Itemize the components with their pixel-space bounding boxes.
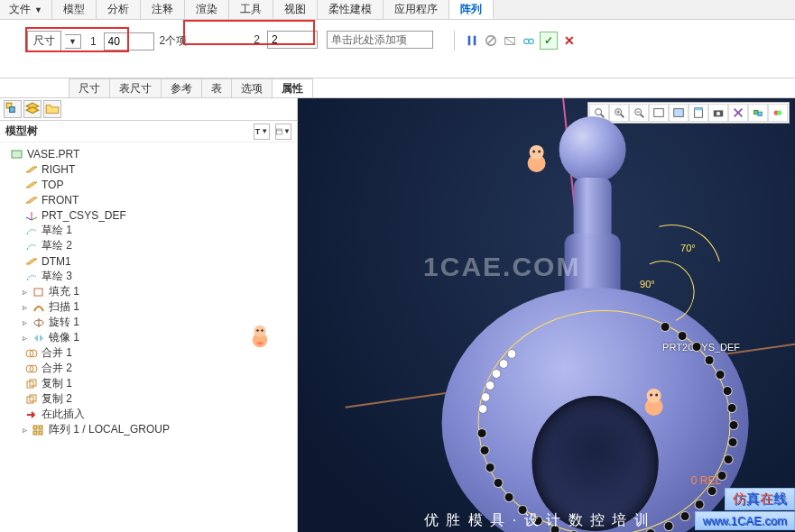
menu-tab-flex[interactable]: 柔性建模 (318, 0, 384, 19)
menu-tab-annotate[interactable]: 注释 (141, 0, 185, 19)
main-area: 模型树 T▼ ▼ VASE.PRT RIGHTTOPFRONTPRT_CSYS_… (0, 98, 795, 532)
forbid-icon[interactable] (483, 32, 499, 49)
pattern-instance[interactable] (728, 404, 736, 412)
tree-node[interactable]: ▹阵列 1 / LOCAL_GROUP (4, 422, 293, 437)
expand-icon[interactable]: ▹ (20, 288, 29, 297)
menu-tab-apps[interactable]: 应用程序 (384, 0, 449, 19)
dim1-value-input[interactable] (104, 32, 154, 50)
tree-node-label: 复制 1 (42, 376, 72, 391)
expand-icon[interactable]: ▹ (20, 334, 29, 343)
sub-tab-label: 属性 (282, 82, 303, 95)
menu-tab-view[interactable]: 视图 (273, 0, 318, 19)
tree-node[interactable]: 草绘 3 (4, 269, 293, 284)
tree-node[interactable]: PRT_CSYS_DEF (4, 207, 293, 223)
pattern-instance[interactable] (693, 343, 701, 351)
confirm-button[interactable]: ✓ (540, 32, 558, 50)
folder-icon[interactable] (43, 100, 61, 118)
menu-tab-label: 阵列 (460, 2, 482, 17)
menu-tab-pattern[interactable]: 阵列 (449, 0, 494, 19)
pattern-instance[interactable] (664, 522, 672, 530)
tree-node[interactable]: 合并 2 (4, 361, 293, 376)
pattern-type-dropdown[interactable]: ▼ (65, 34, 81, 49)
sub-tab-reference[interactable]: 参考 (161, 78, 202, 97)
layers-icon[interactable] (23, 100, 42, 118)
sub-tab-table-dimension[interactable]: 表尺寸 (109, 78, 162, 97)
add-item-hint-label: 单击此处添加项 (331, 32, 407, 48)
sub-tab-options[interactable]: 选项 (231, 78, 273, 97)
merge-icon (25, 363, 38, 374)
menu-tab-label: 注释 (152, 2, 173, 17)
menu-tabs: 模型 分析 注释 渲染 工具 视图 柔性建模 应用程序 阵列 (52, 0, 494, 19)
tree-settings-icon[interactable]: ▼ (275, 124, 291, 140)
pattern-instance[interactable] (724, 387, 732, 395)
sub-tab-properties[interactable]: 属性 (272, 78, 313, 97)
menu-tab-render[interactable]: 渲染 (185, 0, 229, 19)
tree-view-icon[interactable] (4, 100, 22, 118)
tree-node[interactable]: FRONT (4, 192, 293, 207)
pattern-instance[interactable] (485, 463, 494, 472)
menu-tab-label: 分析 (107, 2, 129, 17)
add-item-hint[interactable]: 单击此处添加项 (327, 31, 433, 49)
tree-node[interactable]: 草绘 2 (4, 238, 293, 253)
tree-node[interactable]: 复制 2 (4, 391, 293, 407)
menu-file-label: 文件 (9, 2, 31, 17)
pattern-instance[interactable] (495, 479, 503, 487)
menu-tab-model[interactable]: 模型 (52, 0, 97, 19)
tree-filter-icon[interactable]: T▼ (254, 124, 270, 140)
3d-model: 1CAE.COM 70° 90° PRT2CSYS_DEF 0 REL (387, 98, 766, 532)
tree-node[interactable]: 在此插入 (4, 407, 293, 422)
detach-icon[interactable] (502, 32, 518, 49)
insert-here-icon (25, 409, 38, 420)
tree-node[interactable]: RIGHT (4, 161, 293, 177)
site-url-banner: www.1CAE.com (695, 511, 795, 530)
svg-point-55 (777, 110, 781, 115)
menu-tab-label: 模型 (63, 2, 85, 17)
tree-root[interactable]: VASE.PRT (4, 146, 293, 161)
datum-plane-icon (25, 256, 38, 267)
expand-icon[interactable]: ▹ (20, 318, 29, 327)
tree-node[interactable]: ▹填充 1 (4, 284, 293, 299)
tree-node-label: 在此插入 (42, 407, 85, 422)
menu-tab-analysis[interactable]: 分析 (97, 0, 141, 19)
svg-line-5 (505, 38, 515, 45)
tree-node[interactable]: 草绘 1 (4, 223, 293, 238)
pattern-instance[interactable] (505, 493, 513, 501)
sub-tab-table[interactable]: 表 (201, 78, 232, 97)
tree-node[interactable]: 复制 1 (4, 376, 293, 391)
menu-tab-label: 应用程序 (394, 2, 438, 17)
svg-point-61 (646, 389, 661, 403)
pattern-instance[interactable] (678, 332, 686, 340)
tree-node-label: 旋转 1 (49, 315, 79, 330)
expand-icon[interactable]: ▹ (20, 426, 29, 435)
pause-icon[interactable] (464, 32, 480, 49)
cancel-button[interactable]: ✕ (560, 32, 578, 50)
tree-node[interactable]: TOP (4, 177, 293, 192)
sub-tab-label: 参考 (171, 82, 192, 95)
spin-center-icon[interactable] (768, 104, 788, 122)
svg-point-7 (529, 39, 533, 43)
sub-tab-dimension[interactable]: 尺寸 (69, 78, 110, 97)
pattern-instance[interactable] (661, 323, 670, 331)
pattern-instance-active[interactable] (482, 393, 490, 401)
svg-rect-28 (39, 426, 42, 429)
pattern-instance[interactable] (706, 356, 714, 364)
3d-viewport[interactable]: 1CAE.COM 70° 90° PRT2CSYS_DEF 0 REL 优 胜 … (298, 98, 795, 532)
tree-node[interactable]: ▹扫描 1 (4, 299, 293, 315)
model-stopper-ball (559, 116, 625, 183)
svg-point-32 (254, 326, 265, 337)
menu-tab-label: 渲染 (196, 2, 217, 17)
menu-tab-tools[interactable]: 工具 (229, 0, 273, 19)
pattern-instance-active[interactable] (508, 350, 516, 358)
menu-file[interactable]: 文件 ▼ (0, 0, 52, 19)
sub-tab-label: 尺寸 (79, 82, 100, 95)
expand-icon[interactable]: ▹ (20, 303, 29, 312)
pattern-instance-active[interactable] (499, 360, 507, 368)
angle-label-2: 90° (640, 279, 655, 289)
tree-node[interactable]: DTM1 (4, 253, 293, 269)
datum-plane-icon (25, 164, 38, 175)
preview-glasses-icon[interactable] (521, 32, 537, 49)
svg-point-59 (538, 151, 541, 153)
dim2-value-input[interactable] (267, 31, 318, 49)
svg-rect-12 (12, 151, 22, 158)
pattern-instance-active[interactable] (486, 381, 495, 390)
